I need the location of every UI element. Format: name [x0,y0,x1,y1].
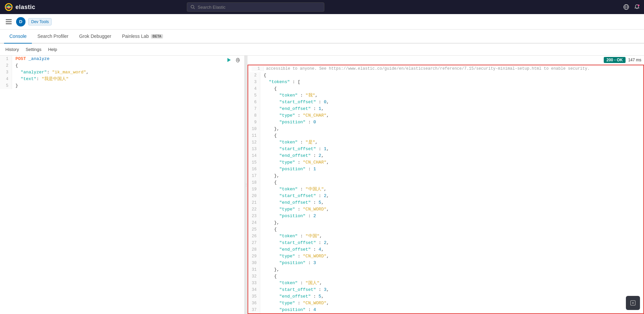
tab-console[interactable]: Console [4,29,32,44]
response-line-13: 13 "start_offset" : 1, [248,146,643,152]
response-line-7: 7 "end_offset" : 1, [248,106,643,112]
response-line-18: 18 { [248,179,643,186]
response-line-35: 35 "end_offset" : 5, [248,293,643,300]
top-navigation-bar: elastic [0,0,644,14]
svg-point-2 [191,5,194,8]
response-line-32: 32 { [248,273,643,280]
tab-bar: Console Search Profiler Grok Debugger Pa… [0,29,644,44]
status-code-badge: 200 - OK [604,57,626,63]
response-line-34: 34 "start_offset" : 3, [248,287,643,293]
response-line-27: 27 "start_offset" : 2, [248,240,643,246]
response-status-bar: 200 - OK 147 ms [248,56,644,65]
tab-painless-lab[interactable]: Painless Lab BETA [117,29,169,44]
history-link[interactable]: History [5,46,19,53]
response-line-25: 25 { [248,226,643,233]
run-button[interactable] [225,56,232,64]
global-search-bar[interactable] [187,2,324,12]
response-line-16: 16 "position" : 1 [248,166,643,173]
response-line-9: 9 "position" : 0 [248,119,643,126]
response-line-23: 23 "position" : 2 [248,213,643,219]
code-editor[interactable]: 1 POST _analyze 2 { 3 "analyzer": "ik_ma… [0,56,245,314]
response-line-21: 21 "end_offset" : 5, [248,199,643,206]
secondary-navigation-bar: D Dev Tools [0,14,644,29]
response-line-6: 6 "start_offset" : 0, [248,99,643,106]
svg-point-7 [638,5,640,6]
response-line-36: 36 "type" : "CN_WORD", [248,300,643,307]
response-line-12: 12 "token" : "是", [248,139,643,146]
response-line-28: 28 "end_offset" : 4, [248,246,643,253]
bottom-right-action-button[interactable] [626,296,640,310]
response-line-8: 8 "type" : "CN_CHAR", [248,112,643,119]
response-faded-text: 1 accessible to anyone. See https://www.… [248,65,643,72]
response-line-10: 10 }, [248,126,643,132]
editor-actions [225,56,242,64]
settings-link[interactable]: Settings [25,46,41,53]
status-time: 147 ms [628,58,641,62]
editor-line-1: 1 POST _analyze [0,56,245,62]
topbar-right-icons [623,4,640,10]
editor-line-4: 4 "text": "我是中国人" [0,76,245,82]
response-line-5: 5 "token" : "我", [248,92,643,99]
main-content-area: 1 POST _analyze 2 { 3 "analyzer": "ik_ma… [0,56,644,314]
search-icon [191,5,195,9]
svg-line-3 [194,8,195,9]
response-panel: 200 - OK 147 ms 1 accessible to anyone. … [248,56,644,314]
editor-panel: 1 POST _analyze 2 { 3 "analyzer": "ik_ma… [0,56,245,314]
logo-area: elastic [4,2,36,12]
logo-text: elastic [15,4,36,11]
response-line-2: 2 { [248,72,643,79]
editor-line-3: 3 "analyzer": "ik_max_word", [0,69,245,76]
response-line-30: 30 "position" : 3 [248,260,643,266]
response-line-33: 33 "token" : "国人", [248,280,643,287]
tab-search-profiler[interactable]: Search Profiler [32,29,74,44]
response-code-area: 1 accessible to anyone. See https://www.… [248,65,644,314]
notification-icon[interactable] [634,4,640,10]
editor-line-5: 5 } [0,82,245,89]
response-line-19: 19 "token" : "中国人", [248,186,643,193]
tab-grok-debugger[interactable]: Grok Debugger [74,29,117,44]
user-avatar-button[interactable]: D [16,17,25,26]
elastic-logo-icon [4,2,13,12]
hamburger-menu-button[interactable] [4,17,13,26]
response-line-14: 14 "end_offset" : 2, [248,152,643,159]
response-line-3: 3 "tokens" : [ [248,79,643,85]
search-input[interactable] [198,5,321,10]
panel-divider[interactable]: ⋮ [245,56,248,314]
response-line-29: 29 "type" : "CN_WORD", [248,253,643,260]
help-link[interactable]: Help [48,46,57,53]
beta-badge: BETA [151,34,163,39]
response-line-22: 22 "type" : "CN_WORD", [248,206,643,213]
globe-icon[interactable] [623,4,629,10]
response-line-26: 26 "token" : "中国", [248,233,643,240]
response-line-17: 17 }, [248,173,643,179]
response-line-20: 20 "start_offset" : 2, [248,193,643,199]
response-line-11: 11 { [248,132,643,139]
response-line-15: 15 "type" : "CN_CHAR", [248,159,643,166]
svg-marker-8 [227,58,231,62]
response-line-31: 31 }, [248,266,643,273]
console-toolbar: History Settings Help [0,44,644,56]
devtools-badge-button[interactable]: Dev Tools [28,18,52,25]
response-line-37: 37 "position" : 4 [248,307,643,313]
editor-line-2: 2 { [0,62,245,69]
response-line-24: 24 }, [248,219,643,226]
response-line-4: 4 { [248,85,643,92]
settings-icon[interactable] [234,56,242,64]
